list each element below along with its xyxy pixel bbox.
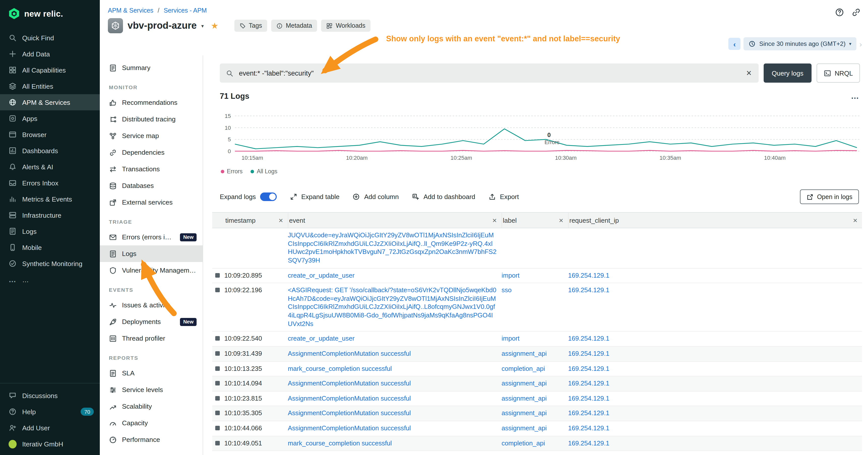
- global-nav-apm-services[interactable]: APM & Services: [0, 94, 100, 110]
- query-logs-button[interactable]: Query logs: [764, 64, 811, 83]
- more-options-icon[interactable]: …: [851, 92, 859, 101]
- global-nav-all-entities[interactable]: All Entities: [0, 78, 100, 94]
- log-row[interactable]: 10:09:31.439AssignmentCompletionMutation…: [212, 347, 862, 361]
- log-ip-link[interactable]: 169.254.129.1: [568, 454, 610, 455]
- global-nav-iterativ-gmbh[interactable]: Iterativ GmbH: [0, 436, 100, 452]
- log-event-link[interactable]: mark_course_completion successful: [288, 364, 392, 372]
- row-marker[interactable]: [215, 441, 220, 445]
- global-nav-mobile[interactable]: Mobile: [0, 239, 100, 256]
- log-label-link[interactable]: assignment_api: [501, 394, 547, 402]
- global-nav-help[interactable]: Help70: [0, 403, 100, 420]
- entity-nav-external-services[interactable]: External services: [100, 194, 203, 210]
- copy-link-icon[interactable]: [851, 7, 861, 17]
- log-ip-link[interactable]: 169.254.129.1: [568, 335, 610, 343]
- newrelic-logo[interactable]: new relic.: [0, 0, 100, 30]
- nrql-button[interactable]: NRQL: [816, 64, 860, 83]
- log-label-link[interactable]: assignment_api: [501, 410, 547, 417]
- row-marker[interactable]: [215, 396, 220, 400]
- log-label-link[interactable]: assignment_api: [501, 454, 547, 455]
- log-label-link[interactable]: import: [501, 271, 520, 279]
- clear-query-icon[interactable]: ×: [745, 68, 752, 77]
- log-ip-link[interactable]: 169.254.129.1: [568, 424, 610, 432]
- log-row[interactable]: 10:10:13.235mark_course_completion succe…: [212, 361, 862, 376]
- workloads-button[interactable]: Workloads: [321, 20, 371, 32]
- entity-nav-sla[interactable]: SLA: [100, 365, 203, 382]
- entity-nav-deployments[interactable]: DeploymentsNew: [100, 314, 203, 330]
- time-forward-chevron[interactable]: ›: [860, 39, 862, 48]
- log-row[interactable]: JUQVU&code=eyJraWQiOiJjcGItY29yZV8wOTl1M…: [212, 228, 862, 268]
- log-row[interactable]: 10:11:00.311AssignmentCompletionMutation…: [212, 451, 862, 455]
- breadcrumb-apm-services[interactable]: APM & Services: [108, 7, 154, 14]
- entity-nav-service-map[interactable]: Service map: [100, 128, 203, 144]
- global-nav-errors-inbox[interactable]: Errors Inbox: [0, 175, 100, 191]
- row-marker[interactable]: [215, 411, 220, 416]
- log-ip-link[interactable]: 169.254.129.1: [568, 286, 610, 294]
- row-marker[interactable]: [215, 351, 220, 356]
- global-nav-discussions[interactable]: Discussions: [0, 388, 100, 403]
- log-ip-link[interactable]: 169.254.129.1: [568, 350, 610, 357]
- global-nav-apps[interactable]: Apps: [0, 110, 100, 127]
- log-event-link[interactable]: AssignmentCompletionMutation successful: [288, 424, 411, 432]
- entity-nav-dependencies[interactable]: Dependencies: [100, 144, 203, 161]
- log-row[interactable]: 10:09:22.540create_or_update_userimport1…: [212, 331, 862, 347]
- expand-logs-toggle[interactable]: [260, 193, 277, 201]
- log-event-link[interactable]: create_or_update_user: [288, 271, 354, 279]
- row-marker[interactable]: [215, 273, 220, 278]
- row-marker[interactable]: [215, 381, 220, 386]
- metadata-button[interactable]: Metadata: [271, 20, 317, 32]
- log-ip-link[interactable]: 169.254.129.1: [568, 394, 610, 402]
- breadcrumb-services-apm[interactable]: Services - APM: [164, 7, 207, 14]
- log-label-link[interactable]: completion_api: [501, 364, 545, 372]
- remove-column-icon[interactable]: ×: [492, 216, 497, 225]
- row-marker[interactable]: [215, 426, 220, 430]
- column-header-label[interactable]: label×: [501, 213, 568, 228]
- log-query-input[interactable]: [238, 69, 741, 77]
- add-to-dashboard-button[interactable]: Add to dashboard: [412, 193, 475, 200]
- column-header-request-client-ip[interactable]: request_client_ip×: [568, 213, 862, 228]
- log-label-link[interactable]: assignment_api: [501, 424, 547, 432]
- column-header-event[interactable]: event×: [288, 213, 501, 228]
- global-nav-all-capabilities[interactable]: All Capabilities: [0, 62, 100, 78]
- help-icon[interactable]: [835, 7, 844, 17]
- global-nav-add-data[interactable]: Add Data: [0, 46, 100, 62]
- log-label-link[interactable]: assignment_api: [501, 380, 547, 387]
- legend-all-logs[interactable]: All Logs: [251, 168, 278, 174]
- entity-nav-errors-errors-inb[interactable]: Errors (errors inb...New: [100, 229, 203, 246]
- global-nav-dashboards[interactable]: Dashboards: [0, 142, 100, 159]
- time-range-selector[interactable]: Since 30 minutes ago (GMT+2) ▾: [744, 37, 857, 51]
- column-header-timestamp[interactable]: timestamp×: [224, 213, 288, 228]
- chevron-down-icon[interactable]: ▾: [202, 23, 204, 29]
- entity-nav-summary[interactable]: Summary: [100, 60, 203, 76]
- legend-errors[interactable]: Errors: [221, 168, 243, 174]
- log-query-input-box[interactable]: ×: [220, 64, 758, 83]
- global-nav-quick-find[interactable]: Quick Find: [0, 30, 100, 46]
- remove-column-icon[interactable]: ×: [559, 216, 563, 225]
- log-event-link[interactable]: JUQVU&code=eyJraWQiOiJjcGItY29yZV8wOTl1M…: [288, 231, 496, 264]
- global-nav-metrics-events[interactable]: Metrics & Events: [0, 191, 100, 207]
- entity-nav-performance[interactable]: Performance: [100, 431, 203, 448]
- global-nav-infrastructure[interactable]: Infrastructure: [0, 207, 100, 223]
- entity-nav-thread-profiler[interactable]: Thread profiler: [100, 330, 203, 347]
- entity-nav-logs[interactable]: Logs: [100, 246, 203, 262]
- row-marker[interactable]: [215, 366, 220, 370]
- log-row[interactable]: 10:10:35.305AssignmentCompletionMutation…: [212, 406, 862, 421]
- log-event-link[interactable]: mark_course_completion successful: [288, 439, 392, 447]
- log-row[interactable]: 10:10:23.815AssignmentCompletionMutation…: [212, 391, 862, 406]
- log-ip-link[interactable]: 169.254.129.1: [568, 380, 610, 387]
- expand-table-button[interactable]: Expand table: [289, 193, 340, 200]
- log-event-link[interactable]: AssignmentCompletionMutation successful: [288, 410, 411, 417]
- global-nav-alerts-ai[interactable]: Alerts & AI: [0, 159, 100, 175]
- log-row[interactable]: 10:09:20.895create_or_update_userimport1…: [212, 268, 862, 283]
- remove-column-icon[interactable]: ×: [853, 216, 858, 225]
- log-event-link[interactable]: AssignmentCompletionMutation successful: [288, 380, 411, 387]
- log-row[interactable]: 10:09:22.196<ASGIRequest: GET '/sso/call…: [212, 283, 862, 331]
- entity-nav-recommendations[interactable]: Recommendations: [100, 94, 203, 111]
- time-back-button[interactable]: ‹: [728, 38, 741, 50]
- entity-nav-scalability[interactable]: Scalability: [100, 398, 203, 415]
- open-in-logs-button[interactable]: Open in logs: [800, 190, 859, 204]
- add-column-button[interactable]: Add column: [352, 193, 399, 200]
- log-label-link[interactable]: sso: [501, 286, 512, 294]
- log-event-link[interactable]: <ASGIRequest: GET '/sso/callback/?state=…: [288, 286, 496, 327]
- global-nav-item[interactable]: ……: [0, 271, 100, 288]
- export-button[interactable]: Export: [489, 193, 519, 200]
